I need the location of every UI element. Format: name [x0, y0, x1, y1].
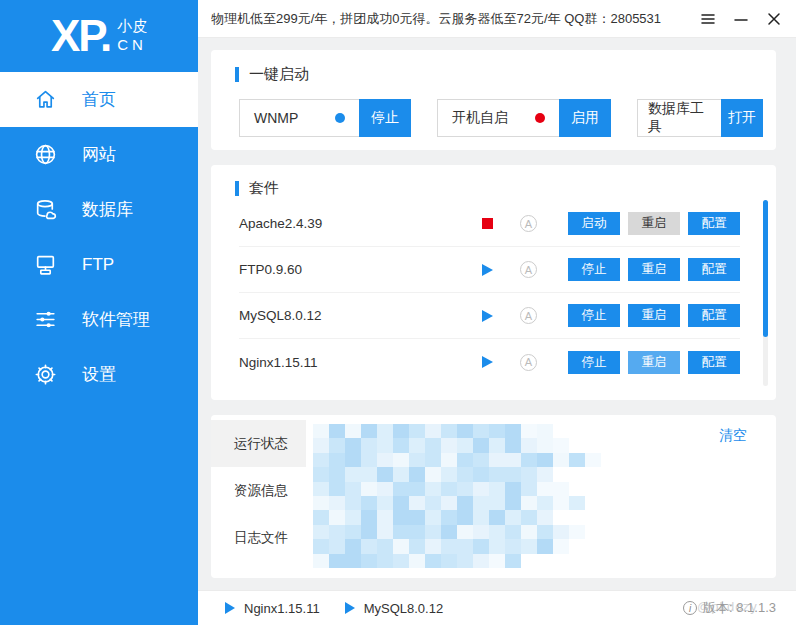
redacted-row [313, 539, 776, 553]
circled-a-icon[interactable]: A [520, 215, 537, 232]
sidebar-item-website[interactable]: 网站 [0, 127, 198, 182]
running-service: MySQL8.0.12 [345, 601, 444, 616]
clear-log-link[interactable]: 清空 [719, 427, 747, 445]
service-action-button[interactable]: 重启 [628, 258, 680, 281]
database-icon [32, 197, 58, 223]
quick-start-controls: WNMP停止开机自启启用数据库工具打开 [239, 99, 776, 137]
window-controls [700, 11, 782, 27]
running-service-label: MySQL8.0.12 [364, 601, 444, 616]
minimize-icon[interactable] [733, 11, 749, 27]
service-action-button[interactable]: 重启 [628, 304, 680, 327]
service-action-button[interactable]: 启动 [568, 212, 620, 235]
suite-row: MySQL8.0.12A停止重启配置 [239, 293, 740, 339]
service-action-button[interactable]: 重启 [628, 351, 680, 374]
quick-start-group: 数据库工具打开 [637, 99, 763, 137]
suite-row: FTP0.9.60A停止重启配置 [239, 247, 740, 293]
logo-sub-top: 小皮 [117, 17, 147, 36]
circled-a-icon[interactable]: A [520, 307, 537, 324]
globe-icon [32, 142, 58, 168]
running-play-icon [482, 310, 512, 322]
logo-text: XP. [51, 14, 110, 58]
running-service-label: Nginx1.15.11 [244, 601, 320, 616]
circled-a-icon[interactable]: A [520, 354, 537, 371]
service-action-button[interactable]: 配置 [688, 212, 740, 235]
logo-sub-bottom: CN [117, 36, 147, 55]
service-action-button[interactable]: 配置 [688, 351, 740, 374]
sidebar: XP. 小皮 CN 首页网站数据库FTP软件管理设置 [0, 0, 198, 625]
sliders-icon [32, 307, 58, 333]
main-area: 物理机低至299元/年，拼团成功0元得。云服务器低至72元/年 QQ群：2805… [198, 0, 796, 625]
section-accent-bar [235, 67, 239, 82]
sidebar-item-settings[interactable]: 设置 [0, 347, 198, 402]
service-actions: 停止重启配置 [568, 351, 740, 374]
status-dot [535, 113, 545, 123]
service-name: Nginx1.15.11 [239, 355, 482, 370]
play-icon [225, 602, 235, 614]
service-name: MySQL8.0.12 [239, 308, 482, 323]
service-action-button[interactable]: 停止 [568, 304, 620, 327]
running-play-icon [482, 356, 512, 368]
tab-run-status[interactable]: 运行状态 [211, 420, 306, 467]
menu-icon[interactable] [700, 11, 716, 27]
suite-row: Nginx1.15.11A停止重启配置 [239, 339, 740, 385]
status-panel-card: 运行状态资源信息日志文件 清空 [211, 415, 776, 578]
sidebar-item-label: 首页 [82, 88, 116, 111]
redacted-row [313, 554, 776, 568]
running-services: Nginx1.15.11MySQL8.0.12 [225, 601, 468, 616]
stop-all-button[interactable]: 停止 [359, 99, 411, 137]
redacted-row [313, 453, 776, 467]
sidebar-item-label: 软件管理 [82, 308, 150, 331]
app-logo: XP. 小皮 CN [0, 0, 198, 64]
service-actions: 启动重启配置 [568, 212, 740, 235]
sidebar-item-database[interactable]: 数据库 [0, 182, 198, 237]
service-actions: 停止重启配置 [568, 304, 740, 327]
sidebar-item-home[interactable]: 首页 [0, 72, 198, 127]
phpstudy-window: XP. 小皮 CN 首页网站数据库FTP软件管理设置 物理机低至299元/年，拼… [0, 0, 796, 625]
sidebar-item-label: 设置 [82, 363, 116, 386]
suite-list: Apache2.4.39A启动重启配置FTP0.9.60A停止重启配置MySQL… [239, 201, 740, 385]
quick-start-title: 一键启动 [235, 65, 776, 84]
quick-start-group: WNMP停止 [239, 99, 411, 137]
quick-start-card: 一键启动 WNMP停止开机自启启用数据库工具打开 [211, 50, 776, 150]
redacted-row [313, 438, 776, 452]
section-accent-bar [235, 181, 239, 196]
redacted-row [313, 424, 776, 438]
quick-start-label-box: 开机自启 [437, 99, 559, 137]
ftp-icon [32, 252, 58, 278]
service-action-button[interactable]: 配置 [688, 304, 740, 327]
open-db-tool-button[interactable]: 打开 [721, 99, 763, 137]
suite-scrollbar-thumb[interactable] [763, 200, 768, 337]
sidebar-item-label: 网站 [82, 143, 116, 166]
suite-scrollbar-track[interactable] [763, 200, 768, 386]
content-area: 一键启动 WNMP停止开机自启启用数据库工具打开 套件 Apache2.4.39… [198, 38, 796, 578]
redacted-row [313, 510, 776, 524]
titlebar: 物理机低至299元/年，拼团成功0元得。云服务器低至72元/年 QQ群：2805… [198, 0, 796, 38]
running-play-icon [482, 264, 512, 276]
sidebar-item-software[interactable]: 软件管理 [0, 292, 198, 347]
sidebar-item-ftp[interactable]: FTP [0, 237, 198, 292]
service-action-button[interactable]: 配置 [688, 258, 740, 281]
statusbar: Nginx1.15.11MySQL8.0.12 i 版本: 8.1.1.3 @p… [198, 590, 796, 625]
service-name: FTP0.9.60 [239, 262, 482, 277]
close-icon[interactable] [766, 11, 782, 27]
sidebar-item-label: 数据库 [82, 198, 133, 221]
tab-log-files[interactable]: 日志文件 [211, 514, 306, 561]
redacted-row [313, 525, 776, 539]
quick-start-label-box: 数据库工具 [637, 99, 721, 137]
service-action-button[interactable]: 重启 [628, 212, 680, 235]
tab-resource-info[interactable]: 资源信息 [211, 467, 306, 514]
info-icon[interactable]: i [683, 601, 697, 615]
circled-a-icon[interactable]: A [520, 261, 537, 278]
redacted-row [313, 482, 776, 496]
sidebar-nav: 首页网站数据库FTP软件管理设置 [0, 72, 198, 402]
service-actions: 停止重启配置 [568, 258, 740, 281]
version-info: i 版本: 8.1.1.3 @pkdczy [683, 599, 776, 617]
autostart-enable-button[interactable]: 启用 [559, 99, 611, 137]
service-action-button[interactable]: 停止 [568, 258, 620, 281]
status-tabs: 运行状态资源信息日志文件 [211, 420, 306, 573]
quick-start-label: 开机自启 [452, 109, 508, 127]
service-action-button[interactable]: 停止 [568, 351, 620, 374]
status-dot [335, 113, 345, 123]
suite-title: 套件 [235, 179, 776, 198]
quick-start-label: WNMP [254, 110, 298, 126]
